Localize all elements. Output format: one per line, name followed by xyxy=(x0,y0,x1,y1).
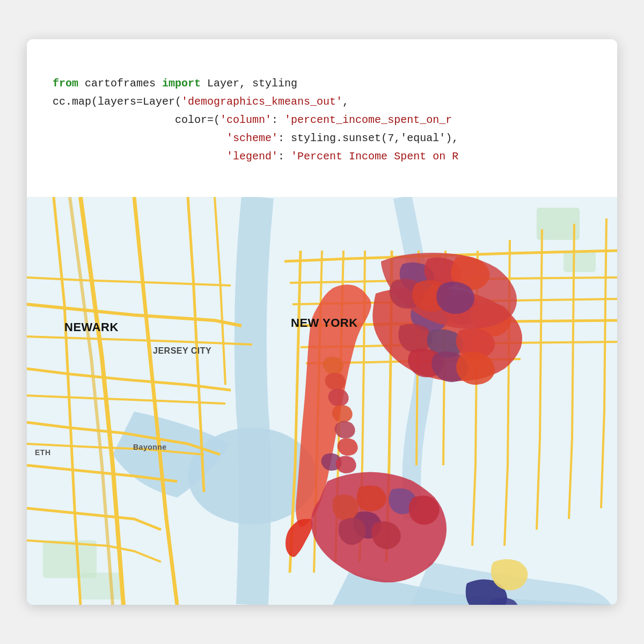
svg-rect-2 xyxy=(564,251,596,272)
code-line5: 'legend': 'Percent Income Spent on R xyxy=(53,150,458,163)
svg-rect-4 xyxy=(80,573,123,599)
svg-rect-3 xyxy=(43,540,97,578)
import-items: Layer, styling xyxy=(201,77,297,90)
code-line3: color=('column': 'percent_income_spent_o… xyxy=(53,114,452,126)
module-name: cartoframes xyxy=(78,77,162,90)
keyword-import: import xyxy=(162,77,201,90)
code-line2: cc.map(layers=Layer('demographics_kmeans… xyxy=(53,96,349,108)
map-container: NEWARK JERSEY CITY NEW YORK Bayonne ETH xyxy=(27,197,617,605)
keyword-from: from xyxy=(53,77,78,90)
code-block: from cartoframes import Layer, styling c… xyxy=(27,39,617,197)
main-card: from cartoframes import Layer, styling c… xyxy=(27,39,617,605)
code-line4: 'scheme': styling.sunset(7,'equal'), xyxy=(53,132,458,144)
map-svg xyxy=(27,197,617,605)
